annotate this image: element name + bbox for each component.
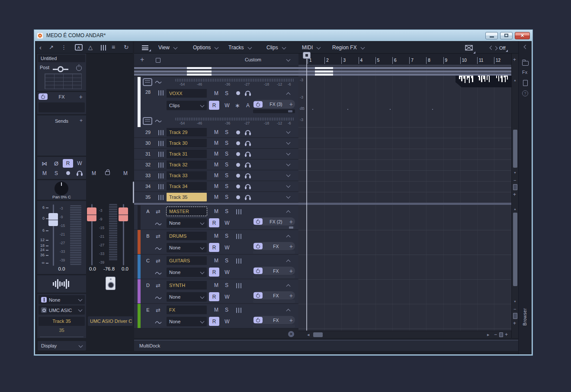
mute-button[interactable]: M [211, 89, 221, 97]
expand-track-icon[interactable] [286, 141, 290, 145]
back-icon[interactable]: ‹ [39, 44, 42, 51]
scroll-down-icon[interactable]: ▼ [513, 300, 516, 303]
expand-track-icon[interactable] [286, 152, 290, 156]
chevron-down-icon[interactable] [286, 58, 290, 62]
fx-scrollbar[interactable] [253, 109, 295, 113]
track-row[interactable]: 29 Track 29 M S [134, 127, 298, 138]
fx-bin[interactable] [253, 300, 295, 303]
solo-button[interactable]: S [221, 281, 232, 289]
solo-button[interactable]: S [221, 232, 232, 240]
mute-button[interactable]: M [211, 172, 221, 179]
fx-scroll-thumb[interactable] [288, 110, 292, 112]
fx-rack[interactable]: FX + [253, 316, 295, 324]
bus-send-select[interactable]: None [167, 218, 207, 228]
list-view-icon[interactable]: ≡ [112, 44, 115, 50]
restore-button[interactable] [500, 32, 513, 39]
lock-icon[interactable] [105, 171, 110, 175]
input-select[interactable]: None [38, 295, 85, 304]
fx-bin[interactable] [253, 226, 295, 229]
mute-button[interactable]: M [211, 128, 221, 136]
phase-button[interactable]: Ø [51, 159, 61, 168]
track-row[interactable]: 35 Track 35 M S [134, 192, 298, 203]
out-fader-right-handle[interactable] [119, 207, 128, 221]
horizontal-scrollbar[interactable]: ◀ ▶ − + [298, 331, 511, 338]
input-echo-button[interactable] [77, 171, 83, 175]
solo-button[interactable]: S [221, 306, 232, 314]
fx-power-button[interactable] [253, 268, 263, 274]
collapse-bus-icon[interactable] [286, 259, 290, 263]
mute-button[interactable]: M [211, 306, 221, 314]
track-row[interactable]: 30 Track 30 M S [134, 138, 298, 149]
fx-rack[interactable]: FX (2) + [253, 217, 295, 226]
mute-button[interactable]: M [211, 150, 221, 158]
solo-button[interactable]: S [221, 193, 232, 201]
automation-a-button[interactable]: A [243, 101, 253, 110]
collapse-pane-button[interactable]: ✕ [288, 331, 294, 337]
read-automation-button[interactable]: R [209, 101, 219, 110]
track-row[interactable]: 33 Track 33 M S [134, 170, 298, 181]
zoom-fader[interactable] [513, 184, 517, 190]
menu-midi[interactable]: MIDI [302, 45, 321, 51]
fx-bypass-icon[interactable]: ∗ [233, 101, 242, 110]
mute-button[interactable]: M [211, 207, 221, 215]
bus-row[interactable]: E ⇄ FX M S None R W [134, 304, 298, 328]
write-automation-button[interactable]: W [222, 292, 232, 301]
input-echo-button[interactable] [245, 152, 251, 156]
track-row[interactable]: 32 Track 32 M S [134, 159, 298, 170]
expand-track-icon[interactable] [286, 195, 290, 199]
fx-power-button[interactable] [253, 243, 263, 249]
scroll-left-icon[interactable]: ◀ [307, 333, 309, 336]
fx-tab-icon[interactable]: Fx [522, 70, 527, 75]
grip-icon[interactable] [158, 130, 164, 135]
solo-button[interactable]: S [221, 150, 232, 158]
record-arm-button[interactable] [236, 91, 240, 95]
read-automation-button[interactable]: R [209, 317, 219, 326]
write-automation-button[interactable]: W [222, 243, 232, 252]
vertical-scrollbar[interactable]: + ▲ ▼ − + ▲ ▼ − + [511, 54, 518, 338]
grip-icon[interactable] [158, 90, 164, 96]
left-splitter-handle[interactable] [133, 182, 134, 203]
lane-menu-icon[interactable] [143, 117, 152, 125]
mute-button[interactable]: M [211, 257, 221, 265]
input-echo-button[interactable] [245, 141, 251, 146]
mute-button[interactable]: M [211, 281, 221, 289]
zoom-out-button[interactable]: − [513, 307, 516, 312]
eq-plot[interactable] [45, 73, 82, 89]
track-row[interactable]: 34 Track 34 M S [134, 181, 298, 192]
out-fader-left-handle[interactable] [87, 207, 96, 221]
track-control-preset[interactable]: Custom [238, 57, 268, 62]
bus-row[interactable]: D ⇄ SYNTH M S None R W [134, 279, 298, 304]
zoom-in-button[interactable]: + [513, 192, 516, 197]
solo-button[interactable]: S [221, 207, 232, 215]
post-gain-knob[interactable] [53, 66, 68, 72]
fx-power-button[interactable] [253, 101, 263, 108]
out-mute2-button[interactable]: M [120, 169, 131, 177]
expand-track-icon[interactable] [286, 130, 290, 134]
output-select[interactable]: UMC ASIC [38, 306, 85, 315]
track-name-field[interactable]: Track 31 [167, 150, 207, 158]
mute-button[interactable]: M [211, 182, 221, 190]
track-name-field[interactable]: Track 32 [167, 160, 207, 169]
add-track-button[interactable]: + [140, 56, 144, 63]
write-automation-button[interactable]: W [222, 317, 232, 326]
track-name-field[interactable]: Track 34 [167, 182, 207, 191]
track-name-field[interactable]: Track 35 [167, 193, 207, 201]
track-name-field[interactable]: Track 29 [167, 128, 207, 137]
pane-splitter[interactable] [134, 203, 518, 205]
grip-icon[interactable] [158, 152, 164, 157]
fx-bin[interactable] [253, 251, 295, 254]
window-titlebar[interactable]: MEDO É COMO ANDAR* ✕ [34, 29, 533, 41]
collapse-bus-icon[interactable] [286, 308, 290, 312]
prochannel-icon[interactable]: △ [88, 45, 93, 50]
add-fx-button[interactable]: + [289, 317, 293, 323]
mute-button[interactable]: M [211, 139, 221, 147]
grip-icon[interactable] [158, 184, 164, 189]
scroll-right-icon[interactable]: ▶ [487, 333, 489, 336]
grip-icon[interactable] [158, 173, 164, 178]
bus-row[interactable]: A ⇄ MASTER M S None R W [134, 205, 298, 230]
collapse-bus-icon[interactable] [286, 234, 290, 238]
scroll-thumb[interactable] [313, 332, 323, 337]
dial-view-icon[interactable]: ↻ [124, 44, 129, 50]
solo-button[interactable]: S [51, 169, 61, 177]
write-automation-button[interactable]: W [222, 218, 232, 227]
